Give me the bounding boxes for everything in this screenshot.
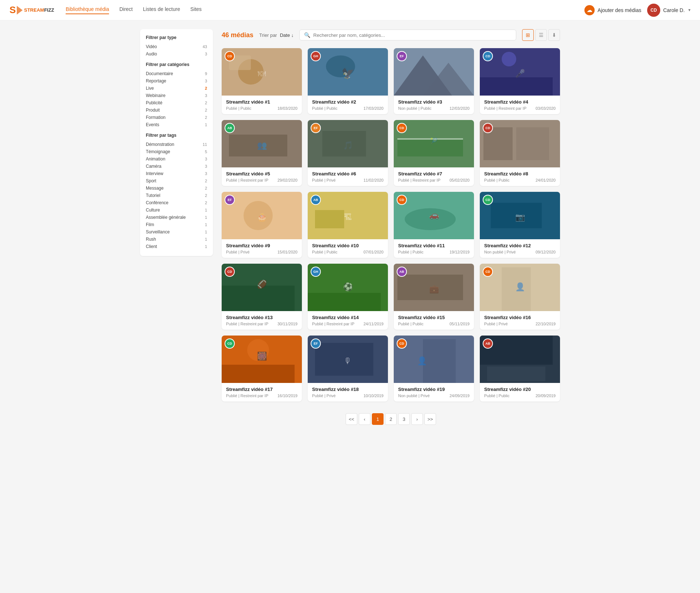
media-date: 05/11/2019 — [450, 322, 470, 326]
svg-text:🦅: 🦅 — [342, 67, 354, 80]
media-card[interactable]: 👥 AB Streamfizz vidéo #5 Publié | Restre… — [222, 120, 302, 186]
filter-category-item[interactable]: Webinaire3 — [146, 92, 207, 99]
media-card[interactable]: 🎵 EF Streamfizz vidéo #6 Publié | Privé … — [308, 120, 388, 186]
filter-tag-item[interactable]: Message2 — [146, 185, 207, 192]
media-card[interactable]: EF Streamfizz vidéo #3 Non publié | Publ… — [394, 48, 474, 114]
filter-tag-item[interactable]: Assemblée générale1 — [146, 214, 207, 221]
media-card[interactable]: 🎂 EF Streamfizz vidéo #9 Publié | Privé … — [222, 192, 302, 258]
media-card[interactable]: 🦅 GH Streamfizz vidéo #2 Publié | Public… — [308, 48, 388, 114]
page-3-button[interactable]: 3 — [398, 413, 410, 425]
filter-tag-item[interactable]: Interview3 — [146, 170, 207, 177]
filter-tag-item[interactable]: Sport2 — [146, 177, 207, 185]
media-info: Streamfizz vidéo #13 Publié | Restreint … — [222, 311, 302, 330]
filter-category-label: Reportage — [146, 78, 166, 84]
filter-tag-item[interactable]: Conférence2 — [146, 199, 207, 206]
media-card[interactable]: CD Streamfizz vidéo #8 Publié | Public 2… — [480, 120, 560, 186]
media-card[interactable]: 💼 AB Streamfizz vidéo #15 Publié | Publi… — [394, 264, 474, 330]
chevron-down-icon: ▼ — [688, 8, 691, 12]
svg-text:🎂: 🎂 — [257, 212, 267, 222]
filter-category-item[interactable]: Events1 — [146, 121, 207, 128]
filter-tag-item[interactable]: Rush1 — [146, 236, 207, 243]
media-card[interactable]: 🏗 AB Streamfizz vidéo #10 Publié | Publi… — [308, 192, 388, 258]
filter-type-item[interactable]: Audio3 — [146, 50, 207, 58]
filter-tag-label: Assemblée générale — [146, 215, 186, 220]
media-card[interactable]: 🎤 CD Streamfizz vidéo #4 Publié | Restre… — [480, 48, 560, 114]
filter-tag-item[interactable]: Animation3 — [146, 155, 207, 163]
filter-type-title: Filtrer par type — [146, 35, 207, 40]
filter-tag-item[interactable]: Caméra3 — [146, 163, 207, 170]
sidebar: Filtrer par type Vidéo43Audio3 Filtrer p… — [140, 29, 213, 256]
media-card[interactable]: 👤 CD Streamfizz vidéo #19 Non publié | P… — [394, 336, 474, 402]
media-card[interactable]: 👤 CD Streamfizz vidéo #16 Publié | Privé… — [480, 264, 560, 330]
nav-link-sites[interactable]: Sites — [190, 6, 202, 14]
page-2-button[interactable]: 2 — [385, 413, 397, 425]
view-list-button[interactable]: ☰ — [535, 29, 547, 41]
nav-link-listes[interactable]: Listes de lecture — [143, 6, 180, 14]
media-status: Publié | Privé — [312, 394, 336, 398]
media-card[interactable]: 🏈 CD Streamfizz vidéo #13 Publié | Restr… — [222, 264, 302, 330]
media-card[interactable]: 🚗 CD Streamfizz vidéo #11 Publié | Publi… — [394, 192, 474, 258]
page-prev-button[interactable]: ‹ — [359, 413, 370, 425]
filter-tag-item[interactable]: Surveillance1 — [146, 228, 207, 236]
media-thumbnail: 🏈 CD — [222, 264, 302, 311]
media-card[interactable]: 📷 CD Streamfizz vidéo #12 Non publié | P… — [480, 192, 560, 258]
media-card[interactable]: 🎙 EF Streamfizz vidéo #18 Publié | Privé… — [308, 336, 388, 402]
page-next-button[interactable]: › — [411, 413, 423, 425]
filter-category-label: Formation — [146, 115, 166, 120]
filter-tag-item[interactable]: Témoignage5 — [146, 148, 207, 155]
media-meta: Publié | Public 19/12/2019 — [398, 250, 470, 254]
filter-type-count: 43 — [203, 44, 207, 49]
media-meta: Publié | Privé 22/10/2019 — [484, 322, 556, 326]
search-input[interactable] — [313, 32, 512, 38]
filter-tag-item[interactable]: Film1 — [146, 221, 207, 228]
media-meta: Publié | Restreint par IP 03/03/2020 — [484, 106, 556, 111]
filter-category-item[interactable]: Produit2 — [146, 106, 207, 114]
svg-text:🎤: 🎤 — [515, 69, 525, 78]
media-card[interactable]: 🎆 CD Streamfizz vidéo #17 Publié | Restr… — [222, 336, 302, 402]
page-last-button[interactable]: >> — [424, 413, 436, 425]
media-date: 24/09/2019 — [450, 394, 470, 398]
media-thumbnail: 🎙 EF — [308, 336, 388, 383]
filter-tag-item[interactable]: Démonstration11 — [146, 141, 207, 148]
view-grid-button[interactable]: ⊞ — [522, 29, 534, 41]
filter-category-item[interactable]: Publicité2 — [146, 99, 207, 106]
media-card[interactable]: 🎾 CD Streamfizz vidéo #7 Publié | Restre… — [394, 120, 474, 186]
media-title: Streamfizz vidéo #10 — [312, 243, 384, 248]
media-card[interactable]: AB Streamfizz vidéo #20 Publié | Public … — [480, 336, 560, 402]
media-title: Streamfizz vidéo #9 — [226, 243, 298, 248]
media-card[interactable]: 🍽 CD Streamfizz vidéo #1 Publié | Public… — [222, 48, 302, 114]
svg-text:🍽: 🍽 — [258, 69, 266, 78]
filter-tag-count: 1 — [205, 215, 207, 220]
nav-link-bibliotheque[interactable]: Bibliothèque média — [66, 6, 109, 14]
filter-category-item[interactable]: Formation2 — [146, 114, 207, 121]
logo[interactable]: S STREAMFIZZ — [9, 3, 54, 18]
filter-category-item[interactable]: Reportage3 — [146, 77, 207, 85]
media-date: 10/10/2019 — [363, 394, 384, 398]
media-card[interactable]: ⚽ GH Streamfizz vidéo #14 Publié | Restr… — [308, 264, 388, 330]
filter-tag-item[interactable]: Client1 — [146, 243, 207, 250]
media-date: 19/12/2019 — [450, 250, 470, 254]
media-info: Streamfizz vidéo #9 Publié | Privé 15/01… — [222, 239, 302, 258]
user-info[interactable]: CD Carole D. ▼ — [647, 4, 691, 17]
sort-button[interactable]: Date ↓ — [280, 32, 294, 38]
media-thumbnail: 👥 AB — [222, 120, 302, 167]
add-media-button[interactable]: ☁ Ajouter des médias — [584, 5, 641, 15]
navbar-right: ☁ Ajouter des médias CD Carole D. ▼ — [584, 4, 691, 17]
media-date: 07/01/2020 — [363, 250, 384, 254]
page-first-button[interactable]: << — [346, 413, 357, 425]
filter-category-item[interactable]: Documentaire9 — [146, 70, 207, 77]
filter-tag-item[interactable]: Tutoriel2 — [146, 192, 207, 199]
filter-type-label: Vidéo — [146, 44, 157, 49]
view-export-button[interactable]: ⬇ — [548, 29, 560, 41]
filter-tag-count: 1 — [205, 208, 207, 212]
filter-category-item[interactable]: Live2 — [146, 85, 207, 92]
media-thumbnail: CD — [480, 120, 560, 167]
filter-tag-item[interactable]: Culture1 — [146, 206, 207, 214]
media-date: 29/02/2020 — [277, 178, 298, 182]
avatar: GH — [311, 267, 321, 277]
add-media-label: Ajouter des médias — [598, 7, 641, 13]
svg-rect-55 — [222, 365, 295, 383]
nav-link-direct[interactable]: Direct — [119, 6, 133, 14]
filter-type-item[interactable]: Vidéo43 — [146, 43, 207, 50]
page-1-button[interactable]: 1 — [372, 413, 384, 425]
